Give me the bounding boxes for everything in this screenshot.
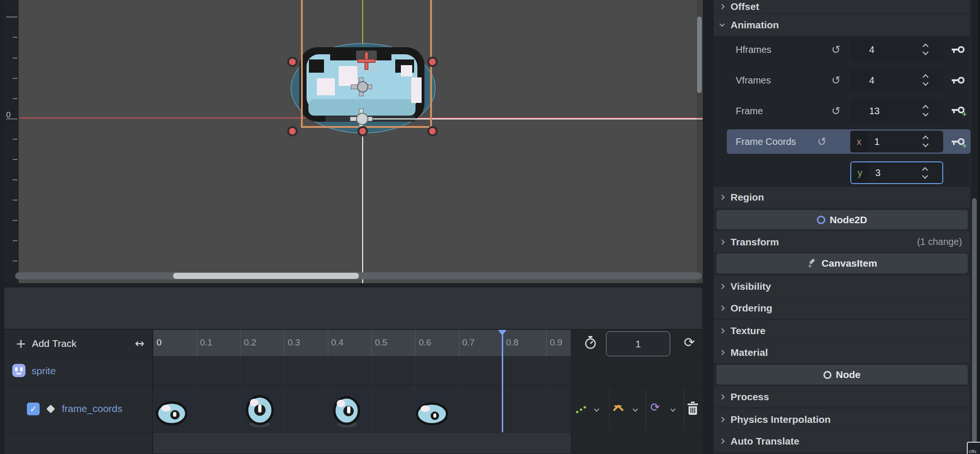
resize-handle-right[interactable] <box>427 57 438 67</box>
ruler-tick <box>13 139 17 140</box>
section-label: Ordering <box>731 303 772 314</box>
animation-length-field[interactable]: 1 <box>606 331 670 356</box>
keyframe-1[interactable] <box>241 391 279 429</box>
timeline-ruler[interactable]: 0 0.1 0.2 0.3 0.4 0.5 0.6 0.7 0.8 0.9 <box>153 330 571 357</box>
frame-coords-y-spinbox[interactable]: y 3 <box>850 161 943 184</box>
section-material[interactable]: Material <box>714 342 970 363</box>
resize-handle-bottom-left[interactable] <box>287 126 298 136</box>
frame-coords-y-spinner[interactable] <box>923 168 927 178</box>
plus-icon: + <box>16 336 26 351</box>
inspector-panel: Offset Animation Hframes ↺ 4 Vframes ↺ 4 <box>714 0 980 454</box>
viewport-vscrollbar-thumb[interactable] <box>697 17 702 93</box>
keyframe-0[interactable] <box>153 391 191 429</box>
key-add-plus-icon: + <box>962 141 967 151</box>
keyframe-3[interactable] <box>413 391 452 429</box>
move-gizmo-center[interactable] <box>357 81 368 92</box>
property-label-frame-coords: Frame Coords <box>736 136 796 147</box>
ruler-tick-label: 0.7 <box>462 337 474 348</box>
track-group-sprite[interactable]: sprite <box>32 365 56 377</box>
viewport-vscrollbar[interactable] <box>697 0 702 283</box>
section-process[interactable]: Process <box>714 386 970 407</box>
chevron-right-icon <box>719 4 724 9</box>
ruler-tick-label: 0.8 <box>506 337 518 348</box>
hframes-spinbox[interactable]: 4 <box>850 38 943 61</box>
section-ordering[interactable]: Ordering <box>714 297 970 319</box>
resize-timeline-icon[interactable]: ↔ <box>135 337 144 350</box>
frame-coords-y-value: 3 <box>875 168 880 178</box>
section-visibility[interactable]: Visibility <box>714 276 970 297</box>
row-divider <box>4 432 702 433</box>
category-label: Node2D <box>830 214 867 226</box>
playhead-line[interactable] <box>502 331 503 432</box>
vframes-spinbox[interactable]: 4 <box>850 69 943 92</box>
revert-icon[interactable]: ↺ <box>817 135 826 148</box>
stopwatch-icon <box>584 336 597 350</box>
spin-up-icon <box>922 105 929 111</box>
canvas-viewport[interactable]: 0 <box>4 0 703 283</box>
track-enabled-checkbox[interactable]: ✓ <box>27 403 40 415</box>
frame-spinner[interactable] <box>923 106 928 116</box>
mini-tooltip-text: Offs <box>969 449 976 454</box>
origin-gizmo-center[interactable] <box>356 113 368 125</box>
add-track-label: Add Track <box>32 338 77 349</box>
resize-handle-left[interactable] <box>287 57 298 67</box>
viewport-hscrollbar[interactable] <box>15 272 702 279</box>
pivot-cross-icon <box>357 59 375 63</box>
revert-icon[interactable]: ↺ <box>831 105 840 117</box>
resize-handle-bottom[interactable] <box>357 126 368 136</box>
section-region[interactable]: Region <box>714 187 970 208</box>
loop-toggle-icon[interactable]: ⟳ <box>684 335 695 350</box>
revert-icon[interactable]: ↺ <box>831 74 840 86</box>
inspector-scrollbar-thumb[interactable] <box>972 198 977 443</box>
section-animation[interactable]: Animation <box>714 14 970 36</box>
sprite2d-node-icon <box>12 363 26 378</box>
ruler-tick-label: 0 <box>157 337 162 348</box>
loop-wrap-mode-icon[interactable]: ⟳ <box>650 401 660 414</box>
section-label: Physics Interpolation <box>731 414 831 425</box>
vframes-value: 4 <box>869 75 874 86</box>
pivot-handle[interactable] <box>356 50 377 71</box>
spin-up-icon <box>922 74 929 80</box>
hframes-spinner[interactable] <box>923 44 928 54</box>
spin-down-icon <box>922 80 929 86</box>
viewport-hscrollbar-thumb[interactable] <box>173 273 359 279</box>
add-track-button[interactable]: + Add Track <box>16 336 76 351</box>
ruler-tick-label: 0.1 <box>200 337 212 348</box>
resize-handle-bottom-right[interactable] <box>427 126 438 136</box>
vframes-spinner[interactable] <box>923 75 928 85</box>
frame-spinbox[interactable]: 13 <box>850 100 943 122</box>
keyframe-2[interactable] <box>328 391 366 429</box>
property-label-vframes: Vframes <box>736 75 771 86</box>
update-mode-icon[interactable] <box>576 405 587 414</box>
key-frame-coords-button[interactable]: + <box>952 135 966 149</box>
section-physics-interpolation[interactable]: Physics Interpolation <box>714 409 970 430</box>
section-label: Auto Translate <box>731 436 799 447</box>
section-texture[interactable]: Texture <box>714 320 970 341</box>
section-offset[interactable]: Offset <box>714 0 970 13</box>
window-edge <box>978 0 980 454</box>
frame-value: 13 <box>869 106 880 117</box>
key-frame-button[interactable]: + <box>952 104 966 117</box>
ruler-tick-label: 0.4 <box>331 337 343 348</box>
track-name-frame-coords[interactable]: frame_coords <box>62 403 122 414</box>
ruler-tick-label: 0.5 <box>375 337 387 348</box>
ruler-tick <box>13 240 17 241</box>
section-auto-translate[interactable]: Auto Translate <box>714 430 970 452</box>
section-transform[interactable]: Transform (1 change) <box>714 231 970 252</box>
add-track-row: + Add Track ↔ <box>4 330 153 357</box>
keyframe-slime-thumb <box>413 391 452 429</box>
ruler-tick <box>6 17 17 17</box>
spin-down-icon <box>922 173 928 179</box>
delete-track-icon[interactable] <box>687 402 699 415</box>
key-vframes-button[interactable] <box>952 74 966 87</box>
spin-up-icon <box>922 167 928 173</box>
inspector-scrollbar[interactable] <box>971 0 978 454</box>
category-node2d: Node2D <box>716 210 968 229</box>
key-hframes-button[interactable] <box>952 43 966 57</box>
frame-coords-x-spinner[interactable] <box>923 136 928 146</box>
row-divider <box>4 384 702 385</box>
frame-coords-x-spinbox[interactable]: x 1 <box>850 131 943 152</box>
section-label: Texture <box>731 325 765 336</box>
revert-icon[interactable]: ↺ <box>831 43 840 56</box>
track-controls-divider <box>609 388 610 431</box>
